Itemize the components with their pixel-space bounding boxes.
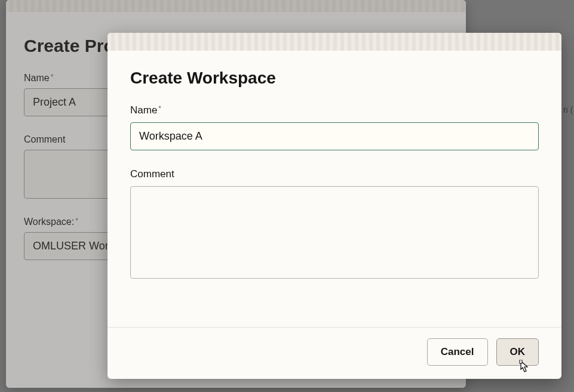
workspace-comment-textarea[interactable]	[130, 186, 539, 279]
workspace-name-label-text: Name	[130, 104, 157, 116]
workspace-comment-label: Comment	[130, 168, 539, 180]
ok-button[interactable]: OK	[496, 338, 539, 366]
workspace-name-input[interactable]	[130, 122, 539, 150]
create-workspace-dialog: Create Workspace Name* Comment Cancel OK	[108, 33, 561, 379]
create-workspace-title: Create Workspace	[130, 69, 539, 88]
cancel-button[interactable]: Cancel	[427, 338, 488, 366]
dialog-footer: Cancel OK	[108, 327, 561, 379]
workspace-name-label: Name*	[130, 104, 539, 116]
required-star-icon: *	[158, 104, 161, 113]
dialog-header-strip	[108, 33, 561, 51]
background-edge-text: n (	[563, 105, 574, 115]
